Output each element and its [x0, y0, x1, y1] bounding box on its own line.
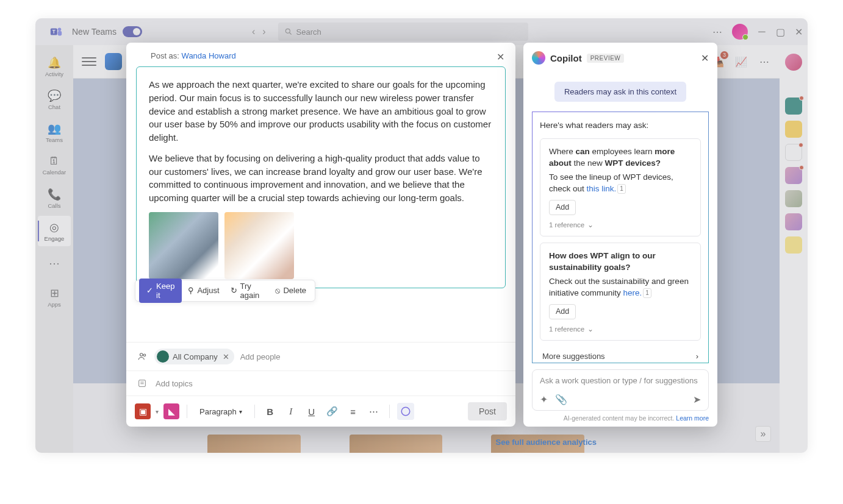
send-icon[interactable]: ➤: [693, 394, 701, 405]
try-again-button[interactable]: ↻Try again: [226, 279, 270, 303]
add-people-input[interactable]: Add people: [240, 352, 281, 361]
delete-button[interactable]: ⦸Delete: [270, 283, 311, 299]
attachment-image-2[interactable]: [224, 212, 294, 279]
rail-engage[interactable]: ◎Engage: [38, 216, 71, 246]
svg-line-5: [289, 33, 291, 35]
analytics-icon[interactable]: 📈: [734, 55, 748, 68]
sparkle-icon[interactable]: ✦: [540, 394, 548, 405]
compose-para-1: As we approach the next quarter, we're e…: [149, 78, 493, 144]
svg-rect-2: [58, 31, 62, 35]
nav-back-icon[interactable]: ‹: [252, 26, 255, 37]
remove-community-icon[interactable]: ✕: [223, 352, 229, 361]
attach-icon[interactable]: 📎: [555, 394, 567, 405]
add-suggestion-1-button[interactable]: Add: [549, 200, 576, 216]
paragraph-dropdown[interactable]: Paragraph▾: [195, 405, 247, 419]
hamburger-icon[interactable]: [82, 54, 96, 69]
nav-fwd-icon[interactable]: ›: [262, 26, 265, 37]
preview-badge: PREVIEW: [587, 54, 625, 63]
search-input[interactable]: Search: [278, 23, 528, 41]
author-link[interactable]: Wanda Howard: [182, 51, 236, 60]
rr-avatar[interactable]: [785, 54, 802, 71]
maximize-icon[interactable]: ▢: [776, 27, 784, 36]
more-format-icon[interactable]: ⋯: [366, 403, 382, 419]
copilot-input-placeholder: Ask a work question or type / for sugges…: [540, 376, 701, 385]
rail-more[interactable]: ⋯: [38, 249, 71, 279]
nav-arrows: ‹ ›: [252, 26, 266, 37]
svg-rect-0: [51, 29, 57, 35]
user-avatar[interactable]: [732, 24, 748, 40]
post-button[interactable]: Post: [468, 402, 507, 421]
copilot-close-icon[interactable]: ✕: [701, 52, 709, 64]
announcement-type-icon[interactable]: ▣: [135, 403, 151, 419]
minimize-icon[interactable]: ─: [758, 27, 766, 36]
rr-chip-4[interactable]: [785, 167, 802, 184]
post-as-row: Post as: Wanda Howard: [126, 43, 515, 64]
more-icon[interactable]: ⋯: [712, 26, 722, 38]
compose-para-2: We believe that by focusing on deliverin…: [149, 152, 493, 205]
rail-chat[interactable]: 💬Chat: [38, 84, 71, 115]
chevron-right-icon: ›: [696, 352, 698, 361]
svg-rect-8: [139, 380, 146, 387]
rr-chip-6[interactable]: [785, 213, 802, 230]
left-rail: 🔔Activity 💬Chat 👥Teams 🗓Calendar 📞Calls …: [35, 45, 73, 453]
rr-chip-5[interactable]: [785, 190, 802, 207]
rr-chip-2[interactable]: [785, 121, 802, 138]
chevron-down-icon[interactable]: ▾: [156, 408, 159, 415]
reference-toggle-2[interactable]: 1 reference⌄: [549, 324, 692, 334]
suggestion-link-2[interactable]: here.: [623, 288, 642, 297]
header-more-icon[interactable]: ⋯: [758, 55, 771, 68]
close-window-icon[interactable]: ✕: [794, 27, 803, 36]
rr-chip-3[interactable]: [785, 144, 802, 161]
community-chip[interactable]: All Company ✕: [154, 349, 234, 364]
adjust-button[interactable]: ⚲Adjust: [183, 283, 224, 298]
learn-more-link[interactable]: Learn more: [676, 414, 709, 422]
svg-point-1: [58, 28, 62, 32]
community-icon: [157, 350, 169, 363]
attachment-image-1[interactable]: [149, 212, 218, 279]
add-suggestion-2-button[interactable]: Add: [549, 304, 576, 320]
teams-app-icon: T: [48, 23, 65, 40]
audience-row: All Company ✕ Add people: [126, 343, 515, 371]
copilot-toolbar-icon[interactable]: [397, 403, 414, 420]
collapse-rightrail-icon[interactable]: »: [755, 426, 771, 442]
praise-icon[interactable]: ◣: [163, 403, 179, 419]
rr-chip-1[interactable]: [785, 98, 802, 115]
see-analytics-link[interactable]: See full audience analytics: [496, 438, 597, 447]
link-button[interactable]: 🔗: [325, 403, 340, 419]
people-icon: [137, 351, 148, 362]
suggestions-intro: Here's what readers may ask:: [540, 121, 701, 130]
copilot-input[interactable]: Ask a work question or type / for sugges…: [532, 369, 709, 411]
rail-calls[interactable]: 📞Calls: [38, 183, 71, 213]
copilot-title: Copilot: [550, 53, 582, 63]
rail-apps[interactable]: ⊞Apps: [38, 282, 71, 312]
check-icon: ✓: [146, 286, 153, 295]
titlebar: T New Teams ‹ › Search ⋯ ─ ▢ ✕: [35, 18, 808, 45]
rail-calendar[interactable]: 🗓Calendar: [38, 150, 71, 180]
compose-textarea[interactable]: As we approach the next quarter, we're e…: [136, 66, 506, 288]
topic-icon: [137, 378, 147, 388]
suggestions-box: Here's what readers may ask: Where can e…: [532, 112, 709, 363]
reference-toggle-1[interactable]: 1 reference⌄: [549, 220, 692, 230]
list-button[interactable]: ≡: [345, 403, 361, 419]
modal-close-icon[interactable]: ✕: [497, 51, 504, 63]
italic-button[interactable]: I: [283, 403, 299, 419]
chevron-down-icon: ⌄: [587, 324, 594, 334]
suggestion-link-1[interactable]: this link.: [587, 184, 617, 193]
copilot-logo-icon: [532, 51, 545, 65]
svg-point-7: [143, 354, 145, 356]
engage-logo-icon: [105, 53, 122, 70]
bold-button[interactable]: B: [262, 403, 278, 419]
format-toolbar: ▣ ▾ ◣ Paragraph▾ B I U 🔗 ≡ ⋯ Post: [126, 396, 515, 427]
rr-chip-7[interactable]: [785, 236, 802, 254]
new-teams-toggle[interactable]: [123, 26, 142, 37]
keep-it-button[interactable]: ✓Keep it: [139, 279, 182, 303]
rail-teams[interactable]: 👥Teams: [38, 117, 71, 147]
more-suggestions-button[interactable]: More suggestions ›: [540, 347, 701, 362]
topics-row[interactable]: Add topics: [126, 371, 515, 396]
context-chip: Readers may ask in this context: [554, 82, 686, 102]
delete-icon: ⦸: [275, 286, 280, 296]
rail-activity[interactable]: 🔔Activity: [38, 51, 71, 82]
svg-point-4: [285, 29, 290, 33]
underline-button[interactable]: U: [304, 403, 320, 419]
suggestion-card-2: How does WPT align to our sustainability…: [540, 243, 701, 341]
